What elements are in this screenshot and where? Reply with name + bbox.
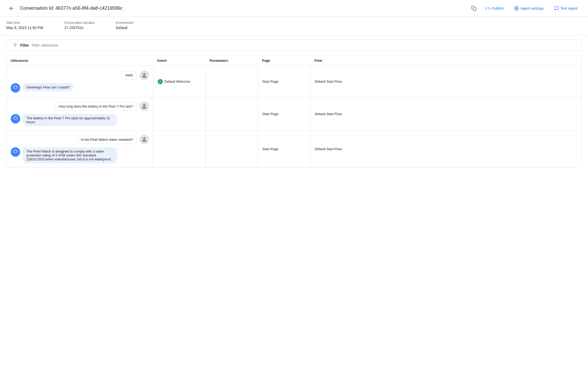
test-agent-button[interactable]: Test Agent <box>550 4 582 13</box>
copy-button[interactable] <box>470 4 478 13</box>
duration-label: Conversation duration <box>64 21 95 25</box>
intent-cell-3 <box>153 131 206 167</box>
table-row: How long does the battery in the Pixel 7… <box>7 97 581 131</box>
intent-cell-2 <box>153 97 206 130</box>
filter-label: Filter <box>20 43 29 47</box>
meta-bar: Start time May 9, 2023 11:50 PM Conversa… <box>0 17 588 35</box>
page-cell-2: Start Page <box>258 97 310 130</box>
agent-bubble-3: The Pixel Watch is designed to comply wi… <box>23 147 117 163</box>
flow-cell-1: Default Start Flow <box>310 66 581 97</box>
filter-input[interactable] <box>32 43 575 47</box>
user-bubble-3: Is the Pixel Watch water resistant? <box>77 135 137 144</box>
col-flow: Flow <box>310 59 581 63</box>
agent-message-2: The battery in the Pixel 7 Pro lasts for… <box>11 114 149 126</box>
parameters-cell-2 <box>206 97 258 130</box>
environment: Environment Default <box>116 21 133 30</box>
agent-message-3: The Pixel Watch is designed to comply wi… <box>11 147 149 163</box>
agent-settings-label: Agent settings <box>520 6 544 10</box>
environment-value: Default <box>116 26 133 30</box>
publish-button[interactable]: Publish <box>481 4 508 13</box>
agent-settings-button[interactable]: Agent settings <box>510 4 548 13</box>
person-icon <box>142 137 147 142</box>
col-utterances: Utterances <box>7 59 153 63</box>
col-parameters: Parameters <box>206 59 258 63</box>
person-icon <box>142 104 147 109</box>
publish-label: Publish <box>492 6 504 10</box>
table-row: Is the Pixel Watch water resistant? The … <box>7 131 581 167</box>
utterances-cell-2: How long does the battery in the Pixel 7… <box>7 97 153 130</box>
svg-point-1 <box>516 8 517 9</box>
user-message-3: Is the Pixel Watch water resistant? <box>11 135 149 144</box>
table-header: Utterances Intent Parameters Page Flow <box>7 55 581 66</box>
duration-value: 17.155752s <box>64 26 95 30</box>
start-time: Start time May 9, 2023 11:50 PM <box>6 21 43 30</box>
start-time-label: Start time <box>6 21 43 25</box>
conversation-table: Utterances Intent Parameters Page Flow H… <box>6 55 582 168</box>
intent-cell-1: ✓ Default Welcome <box>153 66 206 97</box>
parameters-cell-3 <box>206 131 258 167</box>
user-avatar-1 <box>140 71 149 80</box>
utterances-cell-1: Hello Greetings! How can I assist? <box>7 66 153 97</box>
user-bubble-1: Hello <box>121 71 137 80</box>
page-cell-3: Start Page <box>258 131 310 167</box>
agent-message-1: Greetings! How can I assist? <box>11 83 149 93</box>
user-avatar-3 <box>140 135 149 144</box>
agent-avatar-3 <box>11 147 20 157</box>
flow-cell-3: Default Start Flow <box>310 131 581 167</box>
col-page: Page <box>258 59 310 63</box>
intent-label-1: Default Welcome <box>164 80 190 83</box>
headset-icon <box>13 85 18 91</box>
filter-bar: Filter <box>6 40 582 51</box>
user-bubble-2: How long does the battery in the Pixel 7… <box>55 102 137 111</box>
intent-check-icon: ✓ <box>158 79 163 84</box>
table-row: Hello Greetings! How can I assist? ✓ Def… <box>7 66 581 97</box>
user-avatar-2 <box>140 102 149 111</box>
environment-label: Environment <box>116 21 133 25</box>
header-actions: Publish Agent settings Test Agent <box>481 4 582 13</box>
headset-icon <box>13 116 18 121</box>
agent-avatar-1 <box>11 83 20 93</box>
user-message-1: Hello <box>11 71 149 80</box>
person-icon <box>142 73 147 78</box>
page-cell-1: Start Page <box>258 66 310 97</box>
start-time-value: May 9, 2023 11:50 PM <box>6 26 43 30</box>
back-button[interactable] <box>6 3 17 14</box>
conversation-title: Conversation Id: 46377c-a56-8f4-da8-c421… <box>20 5 467 11</box>
agent-avatar-2 <box>11 114 20 123</box>
header: Conversation Id: 46377c-a56-8f4-da8-c421… <box>0 0 588 17</box>
col-intent: Intent <box>153 59 206 63</box>
agent-bubble-2: The battery in the Pixel 7 Pro lasts for… <box>23 114 117 126</box>
filter-icon <box>13 43 18 48</box>
test-agent-label: Test Agent <box>561 6 578 10</box>
agent-bubble-1: Greetings! How can I assist? <box>23 83 73 91</box>
utterances-cell-3: Is the Pixel Watch water resistant? The … <box>7 131 153 167</box>
parameters-cell-1 <box>206 66 258 97</box>
svg-rect-0 <box>473 8 476 10</box>
flow-cell-2: Default Start Flow <box>310 97 581 130</box>
conversation-duration: Conversation duration 17.155752s <box>64 21 95 30</box>
headset-icon <box>13 149 18 155</box>
user-message-2: How long does the battery in the Pixel 7… <box>11 102 149 111</box>
